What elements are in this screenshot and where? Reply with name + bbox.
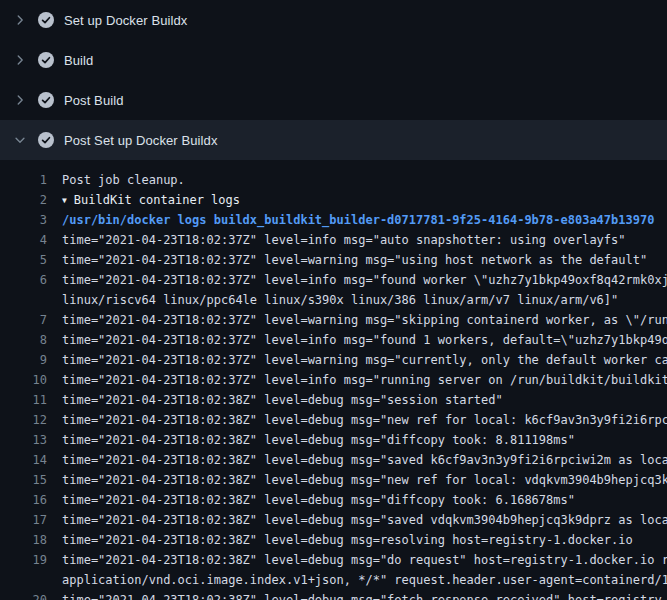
log-line: 9time="2021-04-23T18:02:37Z" level=warni… <box>0 350 667 370</box>
log-group-label: BuildKit container logs <box>74 193 240 207</box>
log-line: 4time="2021-04-23T18:02:37Z" level=info … <box>0 230 667 250</box>
line-number[interactable]: 19 <box>0 550 47 570</box>
log-text: time="2021-04-23T18:02:38Z" level=debug … <box>47 530 633 550</box>
log-line-continuation: linux/riscv64 linux/ppc64le linux/s390x … <box>0 290 667 310</box>
step-list: Set up Docker BuildxBuildPost BuildPost … <box>0 0 667 160</box>
log-text[interactable]: ▼BuildKit container logs <box>47 190 240 210</box>
line-number[interactable]: 15 <box>0 470 47 490</box>
step-header-build[interactable]: Build <box>0 40 667 80</box>
log-line-continuation: application/vnd.oci.image.index.v1+json,… <box>0 570 667 590</box>
log-text: time="2021-04-23T18:02:37Z" level=info m… <box>47 330 667 350</box>
log-line: 5time="2021-04-23T18:02:37Z" level=warni… <box>0 250 667 270</box>
line-number[interactable]: 3 <box>0 210 47 230</box>
line-number <box>0 570 47 590</box>
line-number[interactable]: 5 <box>0 250 47 270</box>
log-line: 1Post job cleanup. <box>0 170 667 190</box>
chevron-right-icon <box>12 52 28 68</box>
log-command-row: 3/usr/bin/docker logs buildx_buildkit_bu… <box>0 210 667 230</box>
line-number[interactable]: 14 <box>0 450 47 470</box>
success-check-icon <box>38 52 54 68</box>
log-text: time="2021-04-23T18:02:38Z" level=debug … <box>47 490 575 510</box>
line-number[interactable]: 11 <box>0 390 47 410</box>
line-number[interactable]: 12 <box>0 410 47 430</box>
log-line: 13time="2021-04-23T18:02:38Z" level=debu… <box>0 430 667 450</box>
line-number[interactable]: 13 <box>0 430 47 450</box>
chevron-right-icon <box>12 92 28 108</box>
triangle-down-icon: ▼ <box>62 191 67 211</box>
log-text: time="2021-04-23T18:02:38Z" level=debug … <box>47 450 667 470</box>
log-text: time="2021-04-23T18:02:38Z" level=debug … <box>47 410 667 430</box>
line-number[interactable]: 17 <box>0 510 47 530</box>
line-number[interactable]: 7 <box>0 310 47 330</box>
log-text: time="2021-04-23T18:02:37Z" level=info m… <box>47 370 667 390</box>
log-group-row: 2▼BuildKit container logs <box>0 190 667 210</box>
log-line: 20time="2021-04-23T18:02:38Z" level=debu… <box>0 590 667 600</box>
log-line: 19time="2021-04-23T18:02:38Z" level=debu… <box>0 550 667 570</box>
log-line: 10time="2021-04-23T18:02:37Z" level=info… <box>0 370 667 390</box>
log-text: Post job cleanup. <box>47 170 185 190</box>
line-number[interactable]: 20 <box>0 590 47 600</box>
line-number[interactable]: 1 <box>0 170 47 190</box>
line-number[interactable]: 2 <box>0 190 47 210</box>
log-text: time="2021-04-23T18:02:37Z" level=warnin… <box>47 250 647 270</box>
log-line: 18time="2021-04-23T18:02:38Z" level=debu… <box>0 530 667 550</box>
log-line: 14time="2021-04-23T18:02:38Z" level=debu… <box>0 450 667 470</box>
log-text: time="2021-04-23T18:02:38Z" level=debug … <box>47 470 667 490</box>
log-line: 6time="2021-04-23T18:02:37Z" level=info … <box>0 270 667 290</box>
log-text: application/vnd.oci.image.index.v1+json,… <box>47 570 667 590</box>
log-text: time="2021-04-23T18:02:38Z" level=debug … <box>47 550 667 570</box>
log-area: 1Post job cleanup.2▼BuildKit container l… <box>0 160 667 600</box>
chevron-right-icon <box>12 12 28 28</box>
line-number <box>0 290 47 310</box>
actions-log-viewer: Set up Docker BuildxBuildPost BuildPost … <box>0 0 667 600</box>
success-check-icon <box>38 132 54 148</box>
line-number[interactable]: 4 <box>0 230 47 250</box>
log-text: time="2021-04-23T18:02:37Z" level=warnin… <box>47 310 667 330</box>
log-command-text: /usr/bin/docker logs buildx_buildkit_bui… <box>47 210 654 230</box>
log-line: 12time="2021-04-23T18:02:38Z" level=debu… <box>0 410 667 430</box>
log-line: 16time="2021-04-23T18:02:38Z" level=debu… <box>0 490 667 510</box>
log-text: time="2021-04-23T18:02:38Z" level=debug … <box>47 430 575 450</box>
log-line: 17time="2021-04-23T18:02:38Z" level=debu… <box>0 510 667 530</box>
step-header-post-build[interactable]: Post Build <box>0 80 667 120</box>
line-number[interactable]: 8 <box>0 330 47 350</box>
log-text: time="2021-04-23T18:02:37Z" level=info m… <box>47 230 626 250</box>
step-title: Set up Docker Buildx <box>64 13 187 28</box>
log-text: time="2021-04-23T18:02:38Z" level=debug … <box>47 590 667 600</box>
step-title: Post Build <box>64 93 124 108</box>
log-text: time="2021-04-23T18:02:37Z" level=warnin… <box>47 350 667 370</box>
log-line: 15time="2021-04-23T18:02:38Z" level=debu… <box>0 470 667 490</box>
log-text: time="2021-04-23T18:02:37Z" level=info m… <box>47 270 667 290</box>
line-number[interactable]: 6 <box>0 270 47 290</box>
line-number[interactable]: 18 <box>0 530 47 550</box>
log-line: 8time="2021-04-23T18:02:37Z" level=info … <box>0 330 667 350</box>
step-header-set-up-docker-buildx[interactable]: Set up Docker Buildx <box>0 0 667 40</box>
line-number[interactable]: 10 <box>0 370 47 390</box>
chevron-down-icon <box>12 132 28 148</box>
step-title: Post Set up Docker Buildx <box>64 133 218 148</box>
log-text: linux/riscv64 linux/ppc64le linux/s390x … <box>47 290 618 310</box>
log-line: 7time="2021-04-23T18:02:37Z" level=warni… <box>0 310 667 330</box>
step-title: Build <box>64 53 93 68</box>
success-check-icon <box>38 12 54 28</box>
step-header-post-set-up-docker-buildx[interactable]: Post Set up Docker Buildx <box>0 120 667 160</box>
success-check-icon <box>38 92 54 108</box>
log-line: 11time="2021-04-23T18:02:38Z" level=debu… <box>0 390 667 410</box>
log-text: time="2021-04-23T18:02:38Z" level=debug … <box>47 390 503 410</box>
line-number[interactable]: 9 <box>0 350 47 370</box>
log-text: time="2021-04-23T18:02:38Z" level=debug … <box>47 510 667 530</box>
line-number[interactable]: 16 <box>0 490 47 510</box>
